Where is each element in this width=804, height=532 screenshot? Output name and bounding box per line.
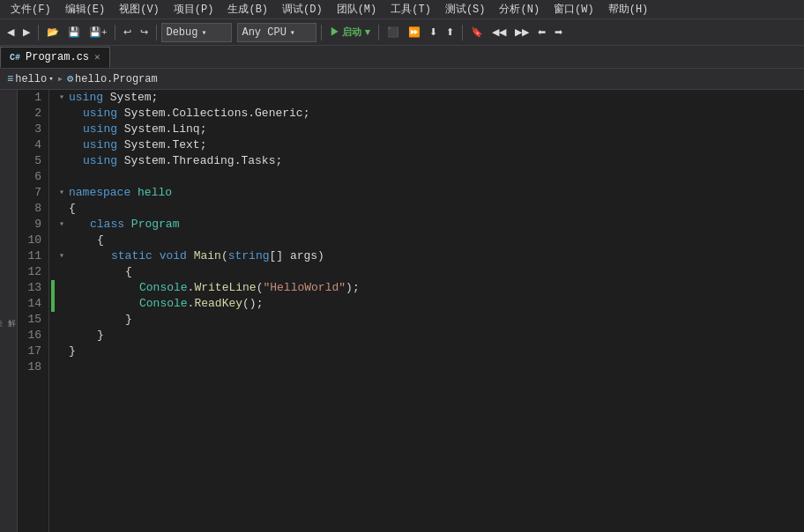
line-num-3: 3 <box>21 122 41 137</box>
menu-item-test[interactable]: 测试(S) <box>438 0 493 18</box>
forward-button[interactable]: ▶ <box>19 23 34 42</box>
cpu-dropdown[interactable]: Any CPU ▾ <box>237 23 316 42</box>
kw-namespace: namespace <box>69 185 130 201</box>
method-readkey: ReadKey <box>194 296 242 312</box>
menu-item-team[interactable]: 团队(M) <box>330 0 384 18</box>
code-line-8: { <box>56 201 804 217</box>
nav-button-1[interactable]: ◀◀ <box>488 23 510 42</box>
tab-program-cs[interactable]: C# Program.cs ✕ <box>0 47 110 68</box>
code-line-16: } <box>56 328 804 344</box>
toolbar: ◀ ▶ 📂 💾 💾+ ↩ ↪ Debug ▾ Any CPU ▾ ▶ 启动 ▾ … <box>0 19 804 46</box>
breadcrumb-class-dropdown[interactable]: ⚙ hello.Program <box>67 72 158 85</box>
cpu-dropdown-arrow: ▾ <box>290 27 295 38</box>
fold-3 <box>56 122 67 137</box>
menu-item-window[interactable]: 窗口(W) <box>547 0 601 18</box>
fold-9[interactable]: ▾ <box>56 217 67 233</box>
kw-using-3: using <box>83 122 117 137</box>
start-button[interactable]: ▶ 启动 ▾ <box>326 23 373 42</box>
fold-12 <box>56 264 67 280</box>
method-main: Main <box>194 248 221 264</box>
breadcrumb-icon: ≡ <box>7 73 13 85</box>
nav-button-2[interactable]: ▶▶ <box>511 23 532 42</box>
menu-item-build[interactable]: 生成(B) <box>220 0 275 18</box>
line-num-2: 2 <box>21 106 41 122</box>
tab-close-button[interactable]: ✕ <box>94 53 100 63</box>
menu-item-analyze[interactable]: 分析(N) <box>492 0 547 18</box>
line-num-10: 10 <box>21 233 41 248</box>
fold-4 <box>56 137 67 153</box>
breadcrumb-dropdown-btn[interactable]: ▾ <box>48 74 53 84</box>
menu-item-file[interactable]: 文件(F) <box>4 0 58 18</box>
debug-dropdown[interactable]: Debug ▾ <box>161 23 232 42</box>
kw-string: string <box>228 248 270 264</box>
fold-2 <box>56 106 67 122</box>
tab-icon: C# <box>10 53 20 63</box>
back-button[interactable]: ◀ <box>4 23 18 42</box>
line-num-14: 14 <box>21 296 41 312</box>
fold-10 <box>56 233 67 248</box>
breakpoint-button[interactable]: ⬛ <box>383 23 403 42</box>
menu-item-help[interactable]: 帮助(H) <box>601 0 656 18</box>
toolbar-sep-4 <box>321 25 322 41</box>
line-num-9: 9 <box>21 217 41 233</box>
kw-using-2: using <box>83 106 117 122</box>
menu-item-tools[interactable]: 工具(T) <box>383 0 438 18</box>
code-line-7: ▾namespace hello <box>56 185 804 201</box>
green-indicator-13 <box>51 280 55 296</box>
code-line-2: using System.Collections.Generic; <box>56 106 804 122</box>
nav-button-4[interactable]: ➡ <box>551 23 566 42</box>
code-content[interactable]: ▾using System; using System.Collections.… <box>49 90 804 532</box>
kw-void: void <box>160 248 187 264</box>
code-editor[interactable]: 1 2 3 4 5 6 7 8 9 10 11 12 13 14 15 16 1… <box>18 90 804 532</box>
redo-button[interactable]: ↪ <box>137 23 152 42</box>
kw-using-1: using <box>69 90 103 106</box>
kw-using-5: using <box>83 153 117 169</box>
open-button[interactable]: 📂 <box>43 23 63 42</box>
nav-button-3[interactable]: ⬅ <box>534 23 549 42</box>
line-num-15: 15 <box>21 312 41 328</box>
step-in-button[interactable]: ⬇ <box>426 23 441 42</box>
fold-15 <box>56 312 67 328</box>
breadcrumb-namespace-dropdown[interactable]: ≡ hello ▾ <box>7 73 54 85</box>
tab-bar: C# Program.cs ✕ <box>0 46 804 69</box>
undo-button[interactable]: ↩ <box>120 23 135 42</box>
method-writeline: WriteLine <box>194 280 256 296</box>
type-program: Program <box>131 217 180 233</box>
fold-17 <box>56 344 67 359</box>
line-num-18: 18 <box>21 359 41 375</box>
save-button[interactable]: 💾 <box>64 23 84 42</box>
bookmark-button[interactable]: 🔖 <box>467 23 487 42</box>
menu-item-edit[interactable]: 编辑(E) <box>58 0 113 18</box>
step-out-button[interactable]: ⬆ <box>443 23 458 42</box>
fold-11[interactable]: ▾ <box>56 248 67 264</box>
fold-7[interactable]: ▾ <box>56 185 67 201</box>
code-line-6 <box>56 169 804 185</box>
menu-item-debug[interactable]: 调试(D) <box>275 0 330 18</box>
toolbar-sep-2 <box>115 25 115 41</box>
str-helloworld: "HelloWorld" <box>263 280 346 296</box>
menu-item-view[interactable]: 视图(V) <box>112 0 167 18</box>
code-line-3: using System.Linq; <box>56 122 804 137</box>
breadcrumb-separator: ▸ <box>57 72 63 85</box>
toolbar-sep-5 <box>378 25 379 41</box>
line-num-1: 1 <box>21 90 41 106</box>
fold-14 <box>56 296 67 312</box>
code-line-13: Console.WriteLine("HelloWorld"); <box>56 280 804 296</box>
breadcrumb-left: hello <box>15 73 47 85</box>
step-over-button[interactable]: ⏩ <box>405 23 424 42</box>
code-line-9: ▾class Program <box>56 217 804 233</box>
line-num-6: 6 <box>21 169 41 185</box>
menu-item-project[interactable]: 项目(P) <box>167 0 221 18</box>
toolbar-sep-6 <box>462 25 463 41</box>
fold-16 <box>56 328 67 344</box>
fold-1[interactable]: ▾ <box>56 90 67 106</box>
line-num-5: 5 <box>21 153 41 169</box>
save-all-button[interactable]: 💾+ <box>86 23 110 42</box>
cpu-label: Any CPU <box>242 26 286 39</box>
fold-5 <box>56 153 67 169</box>
code-line-11: ▾static void Main(string[] args) <box>56 248 804 264</box>
kw-static: static <box>111 248 153 264</box>
type-console-13: Console <box>139 280 188 296</box>
code-line-17: } <box>56 344 804 359</box>
line-num-13: 13 <box>21 280 41 296</box>
